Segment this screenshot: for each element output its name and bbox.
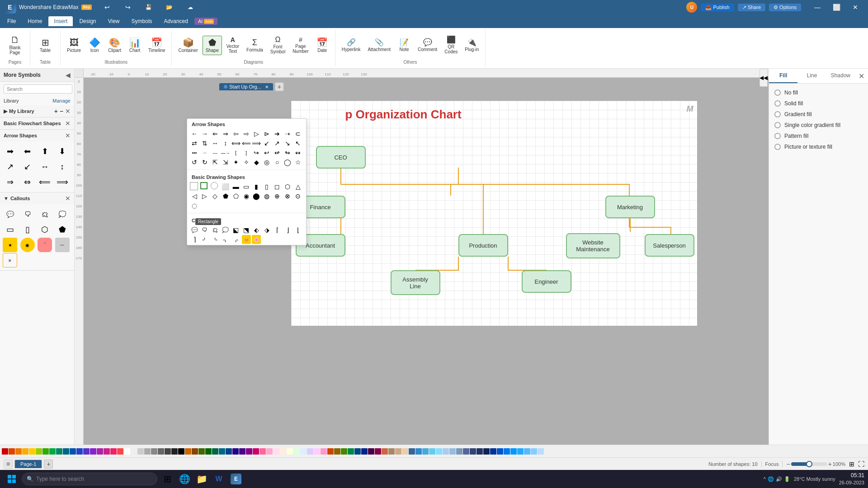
undo-btn[interactable]: ↩: [98, 1, 116, 13]
popup-shape-3d2[interactable]: ⇲: [221, 158, 230, 167]
color-swatch-8[interactable]: [56, 448, 62, 455]
popup-shape-bent3[interactable]: ↫: [273, 148, 282, 157]
callout-4[interactable]: 💭: [55, 207, 70, 221]
minimize-btn[interactable]: —: [808, 1, 826, 13]
popup-arrow-shape-13[interactable]: ⇅: [200, 139, 209, 148]
callout-11[interactable]: ‾: [38, 238, 52, 252]
color-swatch-18[interactable]: [124, 448, 130, 455]
color-swatch-50[interactable]: [341, 448, 347, 455]
color-swatch-2[interactable]: [15, 448, 22, 455]
menu-file[interactable]: File: [2, 16, 21, 26]
color-swatch-37[interactable]: [253, 448, 259, 455]
popup-shape-bent2[interactable]: ↩: [262, 148, 271, 157]
menu-symbols[interactable]: Symbols: [126, 16, 158, 26]
share-btn[interactable]: ↗ Share: [738, 4, 765, 11]
popup-arrow-shape-9[interactable]: ➔: [273, 129, 282, 138]
picture-btn[interactable]: 🖼 Picture: [64, 36, 84, 55]
color-swatch-56[interactable]: [382, 448, 388, 455]
color-swatch-24[interactable]: [165, 448, 171, 455]
color-swatch-47[interactable]: [321, 448, 327, 455]
cloud-btn[interactable]: ☁: [181, 1, 199, 13]
zoom-slider[interactable]: [791, 462, 827, 466]
color-swatch-35[interactable]: [239, 448, 245, 455]
popup-callout-16[interactable]: ⌌: [231, 235, 241, 244]
popup-callout-7[interactable]: ⬖: [252, 225, 261, 235]
color-swatch-69[interactable]: [470, 448, 476, 455]
color-swatch-1[interactable]: [9, 448, 15, 455]
shape-btn[interactable]: ⬟ Shape: [203, 36, 222, 55]
close-my-library-btn[interactable]: ✕: [65, 108, 71, 115]
color-swatch-48[interactable]: [327, 448, 334, 455]
color-swatch-9[interactable]: [63, 448, 69, 455]
popup-shape-dot1[interactable]: •••: [190, 148, 199, 157]
color-swatch-71[interactable]: [483, 448, 490, 455]
callout-8[interactable]: ⬟: [55, 222, 70, 237]
color-swatch-0[interactable]: [2, 448, 8, 455]
shadow-tab[interactable]: Shadow: [826, 69, 855, 83]
popup-basic-21[interactable]: ⊗: [283, 192, 292, 201]
fill-tab[interactable]: Fill: [769, 69, 797, 83]
color-swatch-42[interactable]: [287, 448, 293, 455]
popup-callout-6[interactable]: ⬔: [242, 225, 251, 235]
arrow-shapes-header[interactable]: Arrow Shapes ✕: [0, 130, 74, 141]
color-swatch-64[interactable]: [436, 448, 442, 455]
popup-arrow-shape-15[interactable]: ↕: [221, 139, 230, 148]
node-production[interactable]: Production: [458, 234, 508, 257]
popup-basic-17[interactable]: ◉: [242, 192, 251, 201]
shape-arrow-4[interactable]: ⬇: [55, 144, 70, 159]
popup-callout-1[interactable]: 💬: [190, 225, 199, 235]
popup-shape-bracket2[interactable]: ]: [242, 148, 251, 157]
fill-no-fill-radio[interactable]: [774, 89, 781, 96]
node-assembly[interactable]: AssemblyLine: [391, 270, 440, 295]
manage-btn[interactable]: Manage: [52, 98, 71, 103]
fill-gradient-row[interactable]: Gradient fill: [773, 109, 864, 120]
icon-btn[interactable]: 🔷 Icon: [85, 36, 104, 55]
font-symbol-btn[interactable]: Ω FontSymbol: [268, 34, 288, 56]
close-btn[interactable]: ✕: [846, 1, 864, 13]
popup-basic-18[interactable]: ⬤: [252, 192, 261, 201]
popup-callout-8[interactable]: ⬗: [262, 225, 271, 235]
fill-gradient-radio[interactable]: [774, 111, 781, 117]
popup-arrow-shape-4[interactable]: ⇒: [221, 129, 230, 138]
popup-basic-16[interactable]: ⬠: [231, 192, 241, 201]
popup-arrow-shape-14[interactable]: ↔: [211, 139, 220, 148]
color-swatch-73[interactable]: [497, 448, 503, 455]
popup-arrow-shape-11[interactable]: ⊂: [293, 129, 302, 138]
popup-basic-3[interactable]: [211, 182, 218, 189]
color-swatch-51[interactable]: [348, 448, 354, 455]
color-swatch-52[interactable]: [354, 448, 361, 455]
popup-callout-17[interactable]: 😊: [242, 235, 251, 244]
callout-9[interactable]: ★: [3, 238, 17, 252]
color-swatch-17[interactable]: [117, 448, 123, 455]
right-panel-collapse-btn[interactable]: ◀◀: [760, 69, 768, 87]
fill-pattern-row[interactable]: Pattern fill: [773, 131, 864, 141]
color-swatch-14[interactable]: [97, 448, 103, 455]
color-swatch-68[interactable]: [463, 448, 469, 455]
color-swatch-58[interactable]: [395, 448, 401, 455]
hyperlink-btn[interactable]: 🔗 Hyperlink: [339, 37, 363, 54]
popup-arrow-shape-6[interactable]: ⇨: [242, 129, 251, 138]
attachment-btn[interactable]: 📎 Attachment: [365, 37, 393, 54]
popup-basic-19[interactable]: ◍: [262, 192, 271, 201]
popup-arrow-shape-10[interactable]: ➝: [283, 129, 292, 138]
popup-arrow-shape-20[interactable]: ↗: [273, 139, 282, 148]
options-btn[interactable]: ⚙ Options: [769, 4, 801, 11]
zoom-in-btn[interactable]: +: [828, 460, 832, 468]
popup-shape-curve1[interactable]: ↺: [190, 158, 199, 167]
color-swatch-3[interactable]: [22, 448, 28, 455]
basic-flowchart-header[interactable]: Basic Flowchart Shapes ✕: [0, 117, 74, 129]
color-swatch-62[interactable]: [422, 448, 429, 455]
color-swatch-30[interactable]: [205, 448, 212, 455]
popup-shape-bracket1[interactable]: [: [231, 148, 241, 157]
blank-page-btn[interactable]: 🗋 BlankPage: [4, 33, 26, 58]
popup-arrow-shape-2[interactable]: →: [200, 129, 209, 138]
popup-basic-8[interactable]: ▯: [262, 182, 271, 191]
color-swatch-6[interactable]: [42, 448, 49, 455]
shape-arrow-3[interactable]: ⬆: [38, 144, 52, 159]
popup-arrow-shape-16[interactable]: ⟺: [231, 139, 241, 148]
popup-shape-bent5[interactable]: ↭: [293, 148, 302, 157]
publish-btn[interactable]: 📤 Publish: [701, 4, 734, 11]
popup-shape-3d3[interactable]: ◆: [252, 158, 261, 167]
fill-solid-radio[interactable]: [774, 100, 781, 107]
timeline-btn[interactable]: 📅 Timeline: [146, 36, 168, 55]
